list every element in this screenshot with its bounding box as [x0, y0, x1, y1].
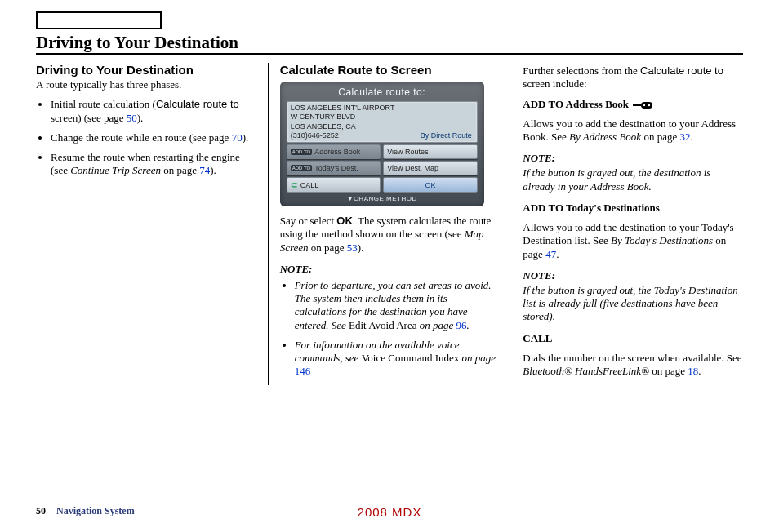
svg-point-2 — [643, 104, 645, 105]
col2-heading: Calculate Route to Screen — [280, 63, 501, 77]
ok-button[interactable]: OK — [383, 177, 478, 193]
screen-destination-box: LOS ANGELES INT'L AIRPORT W CENTURY BLVD… — [287, 101, 478, 143]
ui-term: Edit Avoid Area — [349, 319, 417, 331]
page-link[interactable]: 50 — [127, 112, 137, 124]
col3-p3: Dials the number on the screen when avai… — [523, 352, 743, 379]
text: ). — [358, 242, 364, 254]
page-link[interactable]: 32 — [679, 131, 690, 143]
call-heading: CALL — [523, 332, 743, 345]
nav-screen: Calculate route to: LOS ANGELES INT'L AI… — [280, 82, 484, 206]
route-method: By Direct Route — [421, 131, 472, 140]
page-link[interactable]: 53 — [347, 242, 358, 254]
list-item: Prior to departure, you can set areas to… — [295, 279, 501, 332]
btn-label: Today's Dest. — [314, 164, 358, 172]
text: Dials the number on the screen when avai… — [523, 352, 741, 364]
ui-term: OK — [336, 215, 353, 227]
todays-dest-button[interactable]: ADD TOToday's Dest. — [287, 161, 381, 175]
ui-term: Voice Command Index — [362, 352, 460, 364]
key-icon — [633, 101, 654, 109]
note-label: NOTE: — [523, 269, 743, 282]
screen-ref: Bluetooth® HandsFreeLink® — [523, 365, 649, 377]
text: . — [698, 365, 701, 377]
col1-heading: Driving to Your Destination — [36, 63, 256, 77]
text: on page — [309, 242, 347, 254]
btn-label: Address Book — [314, 148, 360, 156]
col3-note2: If the button is grayed out, the Today's… — [523, 284, 743, 324]
note-label: NOTE: — [280, 263, 501, 276]
phone-icon: ⊂ — [291, 180, 297, 189]
dest-line1: LOS ANGELES INT'L AIRPORT — [291, 104, 474, 113]
text: on page — [459, 352, 496, 364]
ui-term: Calculate route to — [640, 64, 723, 77]
addto-badge: ADD TO — [291, 165, 312, 171]
page-link[interactable]: 74 — [199, 164, 210, 176]
text: Change the route while en route (see pag… — [51, 131, 232, 144]
btn-label: CALL — [300, 181, 319, 189]
screen-footer: ▼CHANGE METHOD — [287, 195, 478, 202]
screen-ref: By Today's Destinations — [611, 234, 713, 246]
list-item: Change the route while en route (see pag… — [51, 131, 256, 144]
col3-intro: Further selections from the Calculate ro… — [523, 64, 743, 91]
text: screen) (see page — [51, 112, 127, 124]
column-left: Driving to Your Destination A route typi… — [36, 63, 268, 385]
list-item: Initial route calculation (Calculate rou… — [51, 98, 256, 125]
addto-todays-dest-heading: ADD TO Today's Destinations — [523, 202, 743, 215]
col1-intro: A route typically has three phases. — [36, 78, 256, 91]
text: Initial route calculation ( — [51, 98, 156, 110]
view-routes-button[interactable]: View Routes — [383, 144, 478, 159]
page-link[interactable]: 96 — [456, 319, 467, 331]
text: . — [690, 131, 692, 143]
addto-badge: ADD TO — [291, 149, 312, 155]
screen-title: Calculate route to: — [287, 86, 478, 98]
text: on page — [161, 164, 199, 176]
text: . — [467, 319, 470, 331]
ui-term: Calculate route to — [156, 98, 239, 110]
column-middle: Calculate Route to Screen Calculate rout… — [268, 63, 512, 385]
section-title: Driving to Your Destination — [36, 33, 743, 55]
page-link[interactable]: 47 — [545, 248, 556, 260]
col3-p2: Allows you to add the destination to you… — [523, 221, 743, 261]
addto-address-book-heading: ADD TO Address Book — [523, 98, 743, 111]
text: . — [556, 248, 559, 260]
heading-text: ADD TO Address Book — [523, 98, 629, 110]
svg-rect-1 — [641, 102, 652, 109]
address-book-button[interactable]: ADD TOAddress Book — [287, 144, 381, 159]
top-empty-box — [36, 11, 162, 29]
text: screen include: — [523, 78, 586, 90]
list-item: Resume the route when restarting the eng… — [51, 151, 256, 178]
view-dest-map-button[interactable]: View Dest. Map — [383, 161, 478, 175]
list-item: For information on the available voice c… — [295, 339, 501, 379]
col1-list: Initial route calculation (Calculate rou… — [36, 98, 256, 177]
text: ). — [243, 131, 249, 144]
dest-line2: W CENTURY BLVD — [291, 113, 474, 122]
text: ). — [137, 112, 144, 124]
text: on page — [641, 131, 679, 143]
screen-ref: By Address Book — [569, 131, 641, 143]
svg-point-3 — [648, 104, 650, 105]
col2-note-list: Prior to departure, you can set areas to… — [280, 279, 501, 379]
screen-ref: Continue Trip Screen — [70, 164, 161, 176]
text: on page — [649, 365, 688, 377]
col3-p1: Allows you to add the destination to you… — [523, 117, 743, 144]
text: Say or select — [280, 215, 337, 227]
page-link[interactable]: 70 — [232, 131, 243, 144]
page-link[interactable]: 18 — [688, 365, 698, 377]
page-link[interactable]: 146 — [295, 365, 311, 377]
call-button[interactable]: ⊂CALL — [287, 177, 381, 193]
note-label: NOTE: — [523, 152, 743, 165]
col2-para1: Say or select OK. The system calculates … — [280, 215, 501, 255]
text: Further selections from the — [523, 64, 640, 77]
col3-note1: If the button is grayed out, the destina… — [523, 166, 743, 193]
text: ). — [210, 164, 216, 176]
model-year: 2008 MDX — [0, 505, 779, 519]
dest-line3: LOS ANGELES, CA — [291, 122, 474, 131]
column-right: Further selections from the Calculate ro… — [511, 63, 743, 385]
text: on page — [417, 319, 456, 331]
